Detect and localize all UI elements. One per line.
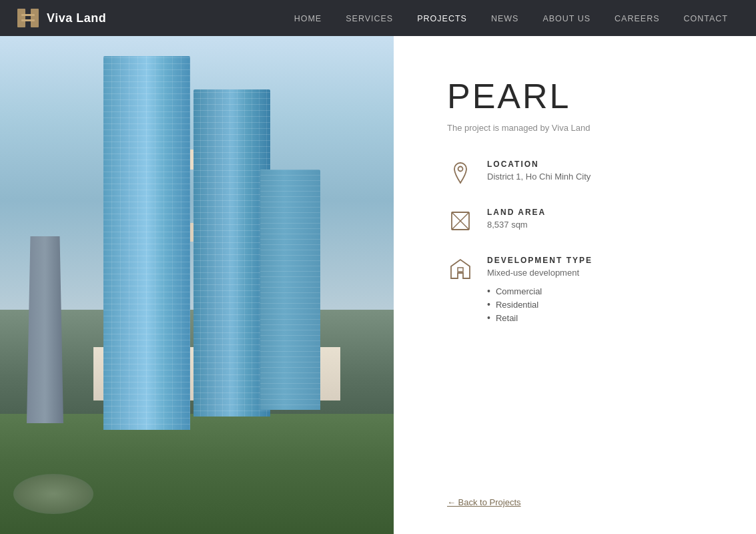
land-area-label: LAND AREA: [487, 208, 546, 217]
location-label: LOCATION: [487, 160, 591, 169]
dev-list-item-retail: Retail: [487, 312, 593, 323]
dev-type-value: Mixed-use development: [487, 268, 593, 278]
location-icon: [447, 160, 474, 186]
project-title: PEARL: [447, 76, 716, 116]
dev-list-item-commercial: Commercial: [487, 286, 593, 296]
svg-rect-8: [458, 268, 463, 272]
nav-item-news[interactable]: NEWS: [479, 12, 531, 24]
land-area-value: 8,537 sqm: [487, 220, 546, 230]
main-layout: PEARL The project is managed by Viva Lan…: [0, 36, 756, 534]
nav-item-projects[interactable]: PROJECTS: [405, 12, 479, 24]
project-subtitle: The project is managed by Viva Land: [447, 123, 716, 133]
nav-item-about[interactable]: ABOUT US: [530, 12, 603, 24]
svg-rect-2: [21, 14, 35, 16]
short-tower: [260, 170, 320, 410]
dev-list-item-residential: Residential: [487, 299, 593, 310]
dev-type-label: DEVELOPMENT TYPE: [487, 256, 593, 265]
dev-type-list: Commercial Residential Retail: [487, 286, 593, 323]
dev-type-content: DEVELOPMENT TYPE Mixed-use development C…: [487, 256, 593, 326]
nav-item-contact[interactable]: CONTACT: [672, 12, 741, 24]
location-section: LOCATION District 1, Ho Chi Minh City: [447, 160, 716, 186]
nav-item-careers[interactable]: CAREERS: [603, 12, 671, 24]
logo-text: Viva Land: [47, 11, 106, 25]
main-tower-left: [103, 56, 190, 430]
nav-item-home[interactable]: HOME: [282, 12, 334, 24]
svg-rect-1: [31, 9, 39, 27]
logo[interactable]: Viva Land: [16, 6, 282, 30]
land-area-section: LAND AREA 8,537 sqm: [447, 208, 716, 234]
svg-point-4: [458, 167, 463, 172]
dev-type-section: DEVELOPMENT TYPE Mixed-use development C…: [447, 256, 716, 326]
land-area-content: LAND AREA 8,537 sqm: [487, 208, 546, 230]
svg-rect-0: [17, 9, 25, 27]
project-detail-panel: PEARL The project is managed by Viva Lan…: [394, 36, 756, 534]
project-image-panel: [0, 36, 394, 534]
nav-item-services[interactable]: SERVICES: [334, 12, 405, 24]
land-area-icon: [447, 208, 474, 234]
background-tower: [27, 236, 63, 423]
location-value: District 1, Ho Chi Minh City: [487, 172, 591, 182]
main-tower-right: [194, 89, 270, 417]
dev-type-icon: [447, 256, 474, 282]
svg-rect-3: [21, 19, 35, 21]
nav-links: HOME SERVICES PROJECTS NEWS ABOUT US CAR…: [282, 12, 740, 24]
location-content: LOCATION District 1, Ho Chi Minh City: [487, 160, 591, 182]
back-to-projects-link[interactable]: ← Back to Projects: [447, 471, 716, 507]
building-image: [0, 36, 394, 534]
plaza-element: [13, 474, 93, 514]
navigation: Viva Land HOME SERVICES PROJECTS NEWS AB…: [0, 0, 756, 36]
logo-icon: [16, 6, 40, 30]
